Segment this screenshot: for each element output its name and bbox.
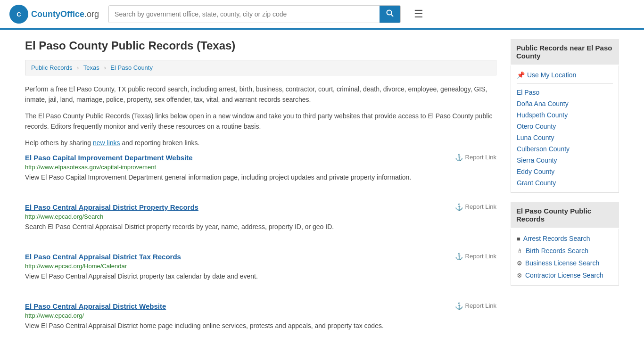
logo-link[interactable]: C CountyOffice.org — [9, 5, 99, 24]
record-links-list: ■Arrest Records Search🕯Birth Records Sea… — [517, 232, 613, 281]
nearby-header: Public Records near El Paso County — [511, 39, 619, 65]
nearby-link-0[interactable]: El Paso — [517, 87, 613, 98]
report-link-3[interactable]: ⚓ Report Link — [455, 302, 496, 310]
svg-line-3 — [391, 15, 394, 17]
nearby-link-6[interactable]: Sierra County — [517, 155, 613, 166]
record-desc-1: Search El Paso Central Appraisal Distric… — [25, 222, 496, 232]
record-title-1[interactable]: El Paso Central Appraisal District Prope… — [25, 203, 198, 211]
page-container: El Paso County Public Records (Texas) Pu… — [16, 30, 628, 361]
location-pin-icon: 📌 — [517, 71, 525, 79]
record-link-icon-0: ■ — [517, 235, 520, 242]
nearby-section: Public Records near El Paso County 📌 Use… — [511, 39, 619, 193]
record-item: El Paso Central Appraisal District Prope… — [25, 203, 496, 239]
nearby-link-1[interactable]: Doña Ana County — [517, 98, 613, 109]
records-section-header: El Paso County Public Records — [511, 202, 619, 228]
search-input[interactable] — [109, 6, 380, 23]
record-item: El Paso Central Appraisal District Tax R… — [25, 253, 496, 289]
records-list: El Paso Capital Improvement Department W… — [25, 154, 496, 338]
svg-text:C: C — [17, 11, 21, 18]
new-links-link[interactable]: new links — [93, 139, 120, 147]
sidebar-record-link-2[interactable]: ⚙Business License Search — [517, 257, 613, 269]
nearby-links-list: El PasoDoña Ana CountyHudspeth CountyOte… — [517, 87, 613, 189]
records-section: El Paso County Public Records ■Arrest Re… — [511, 202, 619, 286]
record-link-icon-3: ⚙ — [517, 272, 522, 279]
nearby-link-8[interactable]: Grant County — [517, 177, 613, 189]
record-desc-2: View El Paso Central Appraisal District … — [25, 272, 496, 281]
record-desc-3: View El Paso Central Appraisal District … — [25, 321, 496, 331]
sidebar-record-link-1[interactable]: 🕯Birth Records Search — [517, 245, 613, 257]
records-section-body: ■Arrest Records Search🕯Birth Records Sea… — [511, 229, 619, 286]
main-content: El Paso County Public Records (Texas) Pu… — [25, 39, 496, 352]
page-title: El Paso County Public Records (Texas) — [25, 39, 496, 52]
nearby-link-3[interactable]: Otero County — [517, 121, 613, 132]
description-1: Perform a free El Paso County, TX public… — [25, 84, 496, 105]
record-link-icon-2: ⚙ — [517, 260, 522, 267]
sidebar-divider — [517, 83, 613, 84]
record-item: El Paso Capital Improvement Department W… — [25, 154, 496, 190]
report-link-2[interactable]: ⚓ Report Link — [455, 253, 496, 260]
record-link-icon-1: 🕯 — [517, 247, 523, 255]
record-item: El Paso Central Appraisal District Websi… — [25, 302, 496, 338]
report-icon-3: ⚓ — [455, 302, 463, 310]
site-header: C CountyOffice.org ☰ — [0, 0, 644, 30]
breadcrumb-el-paso-county[interactable]: El Paso County — [110, 64, 153, 71]
description-3: Help others by sharing new links and rep… — [25, 138, 496, 148]
svg-point-2 — [387, 10, 392, 15]
nearby-body: 📌 Use My Location El PasoDoña Ana County… — [511, 66, 619, 193]
record-desc-0: View El Paso Capital Improvement Departm… — [25, 173, 496, 182]
sidebar: Public Records near El Paso County 📌 Use… — [511, 39, 619, 352]
nearby-link-2[interactable]: Hudspeth County — [517, 109, 613, 121]
breadcrumb-sep-2: › — [104, 64, 106, 71]
report-icon-1: ⚓ — [455, 203, 463, 211]
record-url-2[interactable]: http://www.epcad.org/Home/Calendar — [25, 263, 496, 270]
use-location-link[interactable]: 📌 Use My Location — [517, 69, 613, 81]
logo-text: CountyOffice.org — [31, 9, 99, 19]
menu-button[interactable]: ☰ — [410, 6, 427, 22]
sidebar-record-link-0[interactable]: ■Arrest Records Search — [517, 232, 613, 245]
report-icon-2: ⚓ — [455, 253, 463, 260]
record-title-0[interactable]: El Paso Capital Improvement Department W… — [25, 154, 193, 162]
breadcrumb: Public Records › Texas › El Paso County — [25, 60, 496, 75]
record-title-2[interactable]: El Paso Central Appraisal District Tax R… — [25, 253, 181, 261]
description-2: The El Paso County Public Records (Texas… — [25, 111, 496, 132]
record-url-1[interactable]: http://www.epcad.org/Search — [25, 213, 496, 220]
breadcrumb-texas[interactable]: Texas — [83, 64, 99, 71]
search-bar — [108, 5, 401, 23]
report-icon-0: ⚓ — [455, 154, 463, 161]
logo-icon: C — [9, 5, 28, 24]
sidebar-record-link-3[interactable]: ⚙Contractor License Search — [517, 269, 613, 281]
record-url-0[interactable]: http://www.elpasotexas.gov/capital-impro… — [25, 164, 496, 171]
nearby-link-7[interactable]: Eddy County — [517, 166, 613, 177]
nearby-link-5[interactable]: Culberson County — [517, 143, 613, 155]
breadcrumb-sep-1: › — [77, 64, 79, 71]
record-title-3[interactable]: El Paso Central Appraisal District Websi… — [25, 302, 166, 310]
report-link-0[interactable]: ⚓ Report Link — [455, 154, 496, 161]
nearby-link-4[interactable]: Luna County — [517, 132, 613, 143]
report-link-1[interactable]: ⚓ Report Link — [455, 203, 496, 211]
record-url-3[interactable]: http://www.epcad.org/ — [25, 312, 496, 319]
breadcrumb-public-records[interactable]: Public Records — [31, 64, 72, 71]
search-button[interactable] — [380, 6, 400, 23]
